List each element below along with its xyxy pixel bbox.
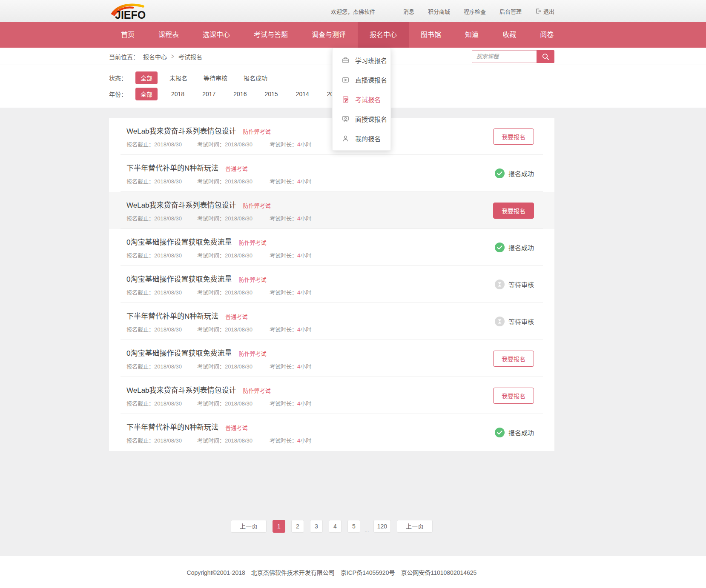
exam-type-badge: 防作弊考试 xyxy=(243,127,271,135)
status-label: 等待审核 xyxy=(508,317,534,326)
deadline-field: 报名截止：2018/08/30 xyxy=(126,399,197,407)
course-row: WeLab我来贷奋斗系列表情包设计 防作弊考试 报名截止：2018/08/30 … xyxy=(109,118,554,155)
logout-link[interactable]: 退出 xyxy=(535,7,554,15)
page-next-button[interactable]: 上一页 xyxy=(397,520,433,533)
page-number-button[interactable]: 3 xyxy=(310,520,323,533)
filter-option[interactable]: 等待审核 xyxy=(199,71,232,84)
nav-item[interactable]: 报名中心 xyxy=(358,22,409,48)
course-row: 下半年替代补单的N种新玩法 普通考试 报名截止：2018/08/30 考试时间：… xyxy=(109,414,554,451)
row-status: 我要报名 xyxy=(493,203,534,219)
welcome-text: 欢迎您，杰佛软件 xyxy=(331,7,375,15)
page-last-button[interactable]: 120 xyxy=(373,520,391,533)
breadcrumb-separator-icon: > xyxy=(171,52,174,60)
apply-button[interactable]: 我要报名 xyxy=(493,203,534,219)
course-row: 0淘宝基础操作设置获取免费流量 防作弊考试 报名截止：2018/08/30 考试… xyxy=(109,340,554,377)
dropdown-item[interactable]: 学习班报名 xyxy=(333,50,390,70)
filter-option[interactable]: 2018 xyxy=(167,88,189,100)
course-row: 0淘宝基础操作设置获取免费流量 防作弊考试 报名截止：2018/08/30 考试… xyxy=(109,266,554,303)
copyright-text: Copyright©2001-2018 北京杰佛软件技术开发有限公司 京ICP备… xyxy=(109,568,554,577)
duration-field: 考试时长：4小时 xyxy=(270,177,311,185)
nav-item[interactable]: 调查与测评 xyxy=(300,22,358,48)
nav-item[interactable]: 选课中心 xyxy=(191,22,242,48)
header-link[interactable]: 积分商城 xyxy=(428,7,450,15)
duration-field: 考试时长：4小时 xyxy=(270,362,311,370)
pagination: 上一页12345...120上一页 xyxy=(109,520,554,533)
course-row: 下半年替代补单的N种新玩法 普通考试 报名截止：2018/08/30 考试时间：… xyxy=(109,155,554,192)
dropdown-item[interactable]: 考试报名 xyxy=(333,89,390,109)
exam-time-field: 考试时间：2018/08/30 xyxy=(197,214,270,222)
page-prev-button[interactable]: 上一页 xyxy=(231,520,267,533)
filter-option[interactable]: 未报名 xyxy=(165,71,192,84)
exam-type-badge: 普通考试 xyxy=(225,423,247,431)
exam-time-field: 考试时间：2018/08/30 xyxy=(197,140,270,148)
course-title: 0淘宝基础操作设置获取免费流量 xyxy=(126,273,232,284)
header-link[interactable]: 消息 xyxy=(403,7,414,15)
deadline-field: 报名截止：2018/08/30 xyxy=(126,140,197,148)
duration-field: 考试时长：4小时 xyxy=(270,436,311,444)
check-circle-icon xyxy=(495,168,505,178)
nav-item[interactable]: 阅卷 xyxy=(528,22,565,48)
duration-field: 考试时长：4小时 xyxy=(270,325,311,333)
live-video-icon xyxy=(342,76,350,84)
logo-swoosh-icon: JIEFO xyxy=(109,2,152,20)
apply-button[interactable]: 我要报名 xyxy=(493,128,534,145)
page-number-button[interactable]: 1 xyxy=(273,520,285,533)
filter-option[interactable]: 全部 xyxy=(135,88,158,100)
breadcrumb-section[interactable]: 报名中心 xyxy=(143,52,167,61)
course-row: 0淘宝基础操作设置获取免费流量 防作弊考试 报名截止：2018/08/30 考试… xyxy=(109,229,554,266)
page-number-button[interactable]: 2 xyxy=(291,520,304,533)
dropdown-item[interactable]: 直播课报名 xyxy=(333,70,390,89)
filter-option[interactable]: 2015 xyxy=(260,88,282,100)
jiefo-logo[interactable]: JIEFO xyxy=(109,2,152,20)
exam-time-field: 考试时间：2018/08/30 xyxy=(197,362,270,370)
filter-option[interactable]: 报名成功 xyxy=(239,71,272,84)
logout-label: 退出 xyxy=(543,7,554,15)
page-number-button[interactable]: 5 xyxy=(347,520,360,533)
classroom-icon xyxy=(342,115,350,123)
course-title: 0淘宝基础操作设置获取免费流量 xyxy=(126,236,232,247)
exam-type-badge: 防作弊考试 xyxy=(243,386,271,394)
duration-field: 考试时长：4小时 xyxy=(270,214,311,222)
nav-item[interactable]: 图书馆 xyxy=(409,22,453,48)
duration-field: 考试时长：4小时 xyxy=(270,140,311,148)
dropdown-item[interactable]: 我的报名 xyxy=(333,128,390,148)
nav-item[interactable]: 知道 xyxy=(453,22,491,48)
check-circle-icon xyxy=(495,428,505,437)
filter-row-year: 年份：全部2018201720162015201420132012 xyxy=(109,87,554,101)
row-status: 等待审核 xyxy=(495,280,534,289)
nav-item[interactable]: 课程表 xyxy=(146,22,191,48)
course-title: 下半年替代补单的N种新玩法 xyxy=(126,162,218,173)
filter-option[interactable]: 2016 xyxy=(229,88,251,100)
apply-button[interactable]: 我要报名 xyxy=(493,388,534,404)
filter-option[interactable]: 全部 xyxy=(135,71,158,84)
exam-time-field: 考试时间：2018/08/30 xyxy=(197,325,270,333)
nav-item[interactable]: 首页 xyxy=(109,22,146,48)
deadline-field: 报名截止：2018/08/30 xyxy=(126,288,197,296)
filter-option[interactable]: 2017 xyxy=(198,88,220,100)
dropdown-item-label: 学习班报名 xyxy=(355,56,387,65)
registration-dropdown-menu: 学习班报名 直播课报名 考试报名 面授课报名 我的报名 xyxy=(332,48,391,151)
page-number-button[interactable]: 4 xyxy=(329,520,342,533)
apply-button[interactable]: 我要报名 xyxy=(493,351,534,367)
breadcrumb-current: 考试报名 xyxy=(178,52,202,61)
dropdown-item-label: 考试报名 xyxy=(355,95,381,104)
course-title: 0淘宝基础操作设置获取免费流量 xyxy=(126,347,232,358)
row-status: 报名成功 xyxy=(495,168,534,178)
header-link[interactable]: 后台管理 xyxy=(499,7,522,15)
row-status: 我要报名 xyxy=(493,351,534,367)
dropdown-item[interactable]: 面授课报名 xyxy=(333,109,390,128)
course-row: WeLab我来贷奋斗系列表情包设计 防作弊考试 报名截止：2018/08/30 … xyxy=(109,192,554,229)
search-button[interactable] xyxy=(537,50,554,63)
nav-item[interactable]: 考试与答题 xyxy=(242,22,300,48)
exam-paper-icon xyxy=(342,95,350,103)
status-label: 等待审核 xyxy=(508,280,534,289)
filter-option[interactable]: 2014 xyxy=(292,88,313,100)
deadline-field: 报名截止：2018/08/30 xyxy=(126,436,197,444)
top-header: JIEFO 欢迎您，杰佛软件 消息积分商城程序检查后台管理退出 xyxy=(0,0,706,22)
course-title: 下半年替代补单的N种新玩法 xyxy=(126,310,218,321)
nav-item[interactable]: 收藏 xyxy=(491,22,528,48)
search-input[interactable] xyxy=(472,50,537,63)
exam-time-field: 考试时间：2018/08/30 xyxy=(197,177,270,185)
duration-field: 考试时长：4小时 xyxy=(270,399,311,407)
header-link[interactable]: 程序检查 xyxy=(464,7,486,15)
